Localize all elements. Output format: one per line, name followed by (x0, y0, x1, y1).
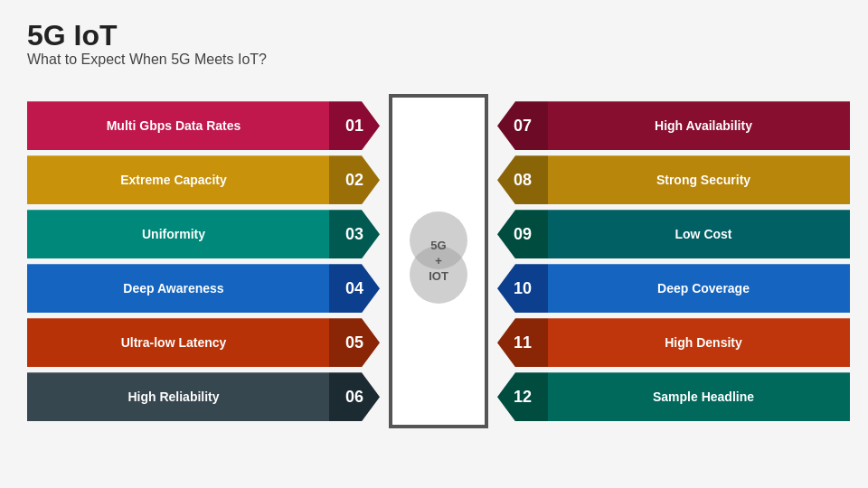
venn-diagram: 5G + IOT (402, 211, 475, 311)
left-badge-03: 03 (329, 210, 380, 258)
left-bar-01: Multi Gbps Data Rates (27, 101, 329, 150)
right-badge-08: 08 (497, 155, 548, 204)
right-bar-11: High Density (548, 318, 850, 367)
right-bar-09: Low Cost (548, 210, 850, 258)
left-item-05[interactable]: Ultra-low Latency 05 (27, 318, 380, 367)
left-item-02[interactable]: Extreme Capacity 02 (27, 155, 380, 204)
right-badge-09: 09 (497, 210, 548, 258)
right-badge-11: 11 (497, 318, 548, 367)
center-box: 5G + IOT (380, 94, 497, 428)
right-bar-10: Deep Coverage (548, 264, 850, 313)
right-badge-10: 10 (497, 264, 548, 313)
left-badge-01: 01 (329, 101, 380, 150)
right-badge-07: 07 (497, 101, 548, 150)
right-item-10[interactable]: 10 Deep Coverage (497, 264, 850, 313)
left-bar-06: High Reliability (27, 372, 329, 421)
venn-label: 5G + IOT (402, 239, 475, 285)
page: 5G IoT What to Expect When 5G Meets IoT?… (0, 0, 868, 488)
left-item-03[interactable]: Uniformity 03 (27, 210, 380, 258)
right-bar-08: Strong Security (548, 155, 850, 204)
right-badge-12: 12 (497, 372, 548, 421)
right-bar-12: Sample Headline (548, 372, 850, 421)
right-item-07[interactable]: 07 High Availability (497, 101, 850, 150)
right-item-08[interactable]: 08 Strong Security (497, 155, 850, 204)
left-badge-02: 02 (329, 155, 380, 204)
right-item-12[interactable]: 12 Sample Headline (497, 372, 850, 421)
right-item-09[interactable]: 09 Low Cost (497, 210, 850, 258)
left-bar-05: Ultra-low Latency (27, 318, 329, 367)
content-area: Multi Gbps Data Rates 01 Extreme Capacit… (27, 80, 841, 442)
right-column: 07 High Availability 08 Strong Security … (497, 101, 850, 421)
right-bar-07: High Availability (548, 101, 850, 150)
left-item-04[interactable]: Deep Awareness 04 (27, 264, 380, 313)
left-badge-05: 05 (329, 318, 380, 367)
left-item-06[interactable]: High Reliability 06 (27, 372, 380, 421)
left-bar-02: Extreme Capacity (27, 155, 329, 204)
left-bar-04: Deep Awareness (27, 264, 329, 313)
left-badge-06: 06 (329, 372, 380, 421)
left-badge-04: 04 (329, 264, 380, 313)
left-column: Multi Gbps Data Rates 01 Extreme Capacit… (27, 101, 380, 421)
page-title: 5G IoT (27, 20, 841, 52)
left-bar-03: Uniformity (27, 210, 329, 258)
left-item-01[interactable]: Multi Gbps Data Rates 01 (27, 101, 380, 150)
center-frame: 5G + IOT (389, 94, 488, 428)
page-subtitle: What to Expect When 5G Meets IoT? (27, 52, 841, 68)
right-item-11[interactable]: 11 High Density (497, 318, 850, 367)
